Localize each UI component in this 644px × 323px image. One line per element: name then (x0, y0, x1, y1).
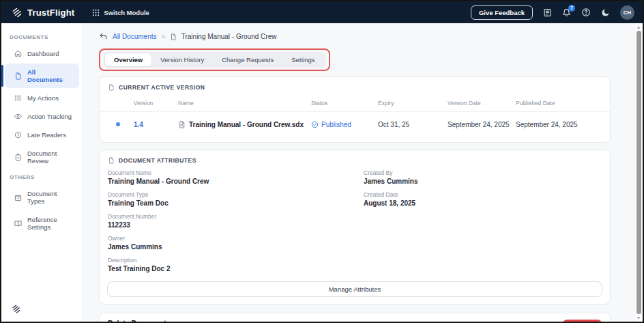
field-description: Description Test Training Doc 2 (108, 257, 364, 272)
col-expiry: Expiry (378, 100, 448, 107)
check-circle-icon (311, 121, 319, 128)
annotation-highlight-box: Overview Version History Change Requests… (99, 48, 330, 71)
grid-icon (92, 9, 100, 16)
tab-bar: Overview Version History Change Requests… (104, 52, 325, 68)
field-owner: Owner James Cummins (108, 235, 364, 251)
published-date-value: September 24, 2025 (516, 121, 602, 128)
brand: TrustFlight (11, 8, 74, 18)
scroll-up-arrow[interactable]: ▲ (636, 24, 641, 30)
document-icon (108, 157, 115, 164)
tab-change-requests[interactable]: Change Requests (213, 53, 282, 66)
field-document-name: Document Name Training Manual - Ground C… (108, 169, 364, 185)
version-link[interactable]: 1.4 (134, 121, 178, 128)
notifications-bell-icon[interactable]: 7 (562, 8, 571, 17)
col-version-date: Version Date (448, 100, 516, 107)
col-published-date: Published Date (516, 100, 602, 107)
card-title: DOCUMENT ATTRIBUTES (119, 157, 196, 164)
list-icon (14, 94, 22, 102)
table-header: Version Name Status Expiry Version Date … (100, 95, 610, 111)
switch-module-label: Switch Module (104, 9, 149, 16)
scroll-down-arrow[interactable]: ▼ (636, 315, 641, 321)
eye-icon (14, 113, 22, 120)
trustflight-logo-icon (11, 8, 23, 18)
give-feedback-button[interactable]: Give Feedback (471, 5, 533, 20)
sidebar-item-reference-settings[interactable]: Reference Settings (5, 211, 79, 236)
main-content: All Documents > Training Manual - Ground… (83, 23, 634, 322)
sidebar-item-all-documents[interactable]: All Documents (5, 64, 79, 88)
document-icon (170, 33, 177, 40)
file-name: Training Manual - Ground Crew.sdx (189, 121, 304, 128)
field-created-date: Created Date August 18, 2025 (364, 191, 602, 207)
active-version-dot (116, 122, 120, 126)
sidebar-item-late-readers[interactable]: Late Readers (5, 126, 79, 143)
document-icon (108, 84, 115, 91)
delete-document-card: Delete Document Deleting this document i… (99, 313, 611, 322)
field-document-type: Document Type Training Team Doc (108, 191, 364, 207)
delete-button[interactable]: Delete (563, 320, 602, 322)
col-version: Version (134, 100, 178, 107)
sidebar-item-action-tracking[interactable]: Action Tracking (5, 108, 79, 125)
back-arrow-icon[interactable] (99, 32, 108, 41)
book-open-icon (14, 220, 22, 227)
status-badge[interactable]: Published (311, 121, 378, 128)
card-title: CURRENT ACTIVE VERSION (119, 84, 205, 91)
sidebar-section-documents: DOCUMENTS (1, 30, 83, 44)
changelog-book-icon[interactable] (543, 8, 552, 17)
col-status: Status (311, 100, 378, 107)
version-date-value: September 24, 2025 (448, 121, 516, 128)
breadcrumb: All Documents > Training Manual - Ground… (99, 32, 627, 41)
current-active-version-card: CURRENT ACTIVE VERSION Version Name Stat… (99, 76, 611, 143)
clipboard-icon (14, 154, 22, 161)
delete-title: Delete Document (108, 319, 272, 322)
breadcrumb-separator: > (161, 33, 164, 40)
table-row[interactable]: 1.4 Training Manual - Ground Crew.sdx Pu… (100, 111, 610, 137)
app-window: TrustFlight Switch Module Give Feedback (0, 0, 644, 323)
dark-mode-moon-icon[interactable] (601, 8, 610, 17)
vertical-scrollbar[interactable]: ▲ ▼ (634, 23, 643, 322)
sidebar-item-dashboard[interactable]: Dashboard (5, 45, 79, 62)
user-avatar[interactable]: CH (620, 5, 634, 20)
home-icon (14, 50, 22, 57)
scrollbar-thumb[interactable] (636, 31, 641, 314)
sidebar-section-others: OTHERS (1, 170, 83, 184)
breadcrumb-current: Training Manual - Ground Crew (181, 33, 277, 40)
document-attributes-card: DOCUMENT ATTRIBUTES Document Name Traini… (99, 150, 611, 305)
brand-name: TrustFlight (27, 8, 74, 18)
box-icon (14, 194, 22, 201)
help-icon[interactable] (581, 8, 591, 17)
expiry-value: Oct 31, 25 (378, 121, 448, 128)
clock-icon (14, 131, 22, 139)
sidebar-item-document-review[interactable]: Document Review (5, 145, 79, 169)
sidebar-footer-logo-icon (1, 298, 83, 322)
file-icon (178, 121, 186, 128)
sidebar: DOCUMENTS Dashboard All Documents My Act… (1, 23, 83, 322)
tab-version-history[interactable]: Version History (151, 53, 213, 66)
switch-module-button[interactable]: Switch Module (92, 9, 149, 16)
sidebar-item-document-types[interactable]: Document Types (5, 185, 79, 210)
sidebar-item-my-actions[interactable]: My Actions (5, 89, 79, 107)
document-icon (14, 72, 22, 80)
field-created-by: Created By James Cummins (364, 169, 602, 185)
col-name: Name (178, 100, 311, 107)
field-document-number: Document Number 112233 (108, 213, 364, 229)
top-bar: TrustFlight Switch Module Give Feedback (1, 1, 643, 23)
breadcrumb-parent-link[interactable]: All Documents (113, 33, 156, 40)
notification-count-badge: 7 (568, 5, 575, 12)
manage-attributes-button[interactable]: Manage Attributes (107, 281, 602, 297)
tab-overview[interactable]: Overview (105, 53, 151, 66)
tab-settings[interactable]: Settings (282, 53, 323, 66)
